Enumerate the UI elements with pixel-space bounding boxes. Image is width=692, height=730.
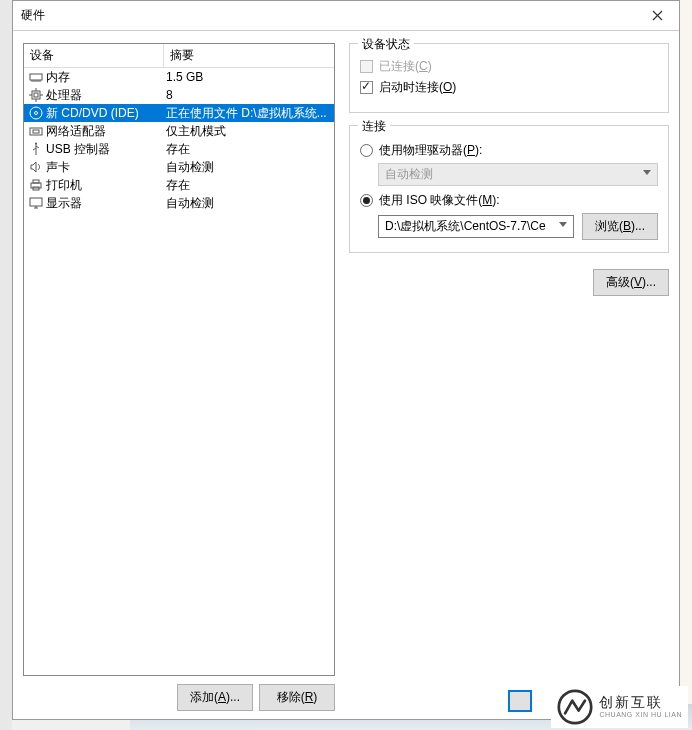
device-name: USB 控制器	[46, 141, 110, 158]
iso-path-combobox[interactable]: D:\虚拟机系统\CentOS-7.7\Ce	[378, 215, 574, 238]
add-button[interactable]: 添加(A)...	[177, 684, 253, 711]
watermark-logo: 创新互联 CHUANG XIN HU LIAN	[551, 686, 688, 728]
iso-radio[interactable]	[360, 194, 373, 207]
titlebar: 硬件	[13, 1, 679, 31]
connection-title: 连接	[358, 118, 390, 135]
svg-point-4	[35, 112, 38, 115]
background-right	[680, 0, 692, 730]
close-icon	[652, 10, 663, 21]
connected-checkbox	[360, 60, 373, 73]
table-body: 内存1.5 GB处理器8新 CD/DVD (IDE)正在使用文件 D:\虚拟机系…	[24, 68, 334, 212]
browse-button[interactable]: 浏览(B)...	[582, 213, 658, 240]
physical-drive-label: 使用物理驱动器(P):	[379, 142, 482, 159]
svg-rect-0	[30, 74, 42, 80]
table-row[interactable]: 处理器8	[24, 86, 334, 104]
remove-post: )	[313, 690, 317, 704]
nic-icon	[28, 123, 44, 139]
close-button[interactable]	[639, 2, 675, 30]
svg-point-7	[35, 143, 37, 145]
logo-en: CHUANG XIN HU LIAN	[599, 711, 682, 719]
right-column: 设备状态 已连接(C) 启动时连接(O) 连接 使用物理驱动器(P): 自动检测	[349, 43, 669, 711]
svg-rect-1	[32, 91, 40, 99]
device-name: 打印机	[46, 177, 82, 194]
table-row[interactable]: 显示器自动检测	[24, 194, 334, 212]
background-focused-button[interactable]	[508, 690, 532, 712]
device-name: 网络适配器	[46, 123, 106, 140]
device-summary: 存在	[164, 141, 332, 158]
hardware-dialog: 硬件 设备 摘要 内存1.5 GB处理器8新 CD/DVD (IDE)正在使用文…	[12, 0, 680, 720]
device-summary: 1.5 GB	[164, 70, 332, 84]
cpu-icon	[28, 87, 44, 103]
svg-rect-9	[33, 180, 39, 183]
table-row[interactable]: 打印机存在	[24, 176, 334, 194]
dialog-body: 设备 摘要 内存1.5 GB处理器8新 CD/DVD (IDE)正在使用文件 D…	[13, 31, 679, 719]
device-table: 设备 摘要 内存1.5 GB处理器8新 CD/DVD (IDE)正在使用文件 D…	[23, 43, 335, 676]
device-summary: 8	[164, 88, 332, 102]
usb-icon	[28, 141, 44, 157]
dialog-title: 硬件	[21, 7, 639, 24]
advanced-row: 高级(V)...	[349, 269, 669, 296]
device-name: 声卡	[46, 159, 70, 176]
connected-label: 已连接(C)	[379, 58, 432, 75]
logo-icon	[557, 689, 593, 725]
disc-icon	[28, 105, 44, 121]
physical-drive-row[interactable]: 使用物理驱动器(P):	[360, 142, 658, 159]
svg-rect-6	[33, 130, 39, 133]
svg-rect-5	[30, 128, 42, 135]
table-row[interactable]: USB 控制器存在	[24, 140, 334, 158]
device-status-title: 设备状态	[358, 36, 414, 53]
iso-path-row: D:\虚拟机系统\CentOS-7.7\Ce 浏览(B)...	[378, 213, 658, 240]
device-summary: 自动检测	[164, 195, 332, 212]
header-device[interactable]: 设备	[24, 44, 164, 67]
device-summary: 仅主机模式	[164, 123, 332, 140]
logo-text: 创新互联 CHUANG XIN HU LIAN	[599, 695, 682, 718]
device-name: 显示器	[46, 195, 82, 212]
sound-icon	[28, 159, 44, 175]
logo-cn: 创新互联	[599, 695, 682, 710]
iso-label: 使用 ISO 映像文件(M):	[379, 192, 500, 209]
left-column: 设备 摘要 内存1.5 GB处理器8新 CD/DVD (IDE)正在使用文件 D…	[23, 43, 335, 711]
connected-checkbox-row: 已连接(C)	[360, 58, 658, 75]
device-summary: 自动检测	[164, 159, 332, 176]
table-row[interactable]: 内存1.5 GB	[24, 68, 334, 86]
table-row[interactable]: 声卡自动检测	[24, 158, 334, 176]
connect-on-start-label: 启动时连接(O)	[379, 79, 456, 96]
memory-icon	[28, 69, 44, 85]
add-post: )...	[226, 690, 240, 704]
device-status-group: 设备状态 已连接(C) 启动时连接(O)	[349, 43, 669, 113]
device-name: 内存	[46, 69, 70, 86]
remove-pre: 移除(	[277, 690, 305, 704]
add-key: A	[218, 690, 226, 704]
display-icon	[28, 195, 44, 211]
connect-on-start-row[interactable]: 启动时连接(O)	[360, 79, 658, 96]
iso-row[interactable]: 使用 ISO 映像文件(M):	[360, 192, 658, 209]
table-header: 设备 摘要	[24, 44, 334, 68]
add-pre: 添加(	[190, 690, 218, 704]
remove-button[interactable]: 移除(R)	[259, 684, 335, 711]
connect-on-start-checkbox[interactable]	[360, 81, 373, 94]
device-name: 新 CD/DVD (IDE)	[46, 105, 139, 122]
header-summary[interactable]: 摘要	[164, 44, 334, 67]
svg-rect-11	[30, 198, 42, 206]
device-name: 处理器	[46, 87, 82, 104]
table-row[interactable]: 新 CD/DVD (IDE)正在使用文件 D:\虚拟机系统...	[24, 104, 334, 122]
svg-rect-2	[34, 93, 38, 97]
left-buttons: 添加(A)... 移除(R)	[23, 684, 335, 711]
advanced-button[interactable]: 高级(V)...	[593, 269, 669, 296]
table-row[interactable]: 网络适配器仅主机模式	[24, 122, 334, 140]
background-left	[0, 0, 12, 730]
physical-drive-radio[interactable]	[360, 144, 373, 157]
connection-group: 连接 使用物理驱动器(P): 自动检测 使用 ISO 映像文件(M): D:\虚…	[349, 125, 669, 253]
device-summary: 正在使用文件 D:\虚拟机系统...	[164, 105, 332, 122]
device-summary: 存在	[164, 177, 332, 194]
svg-point-3	[30, 107, 42, 119]
physical-drive-dropdown: 自动检测	[378, 163, 658, 186]
printer-icon	[28, 177, 44, 193]
